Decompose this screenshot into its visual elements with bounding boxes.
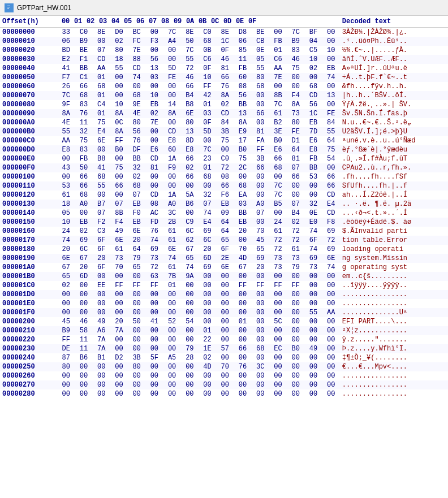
hex-cell: 61 xyxy=(57,190,75,200)
hex-cell: E9 xyxy=(234,127,251,136)
table-row: 00000020BDBE07807E00007C0B0F850E0183C510… xyxy=(0,46,448,55)
hex-cell: BB xyxy=(234,209,251,218)
decoded-cell: ng system.Missin xyxy=(340,254,448,263)
hex-cell: 00 xyxy=(322,344,340,353)
hex-cell: BC xyxy=(128,28,145,37)
hex-cell: 80 xyxy=(252,73,269,82)
hex-cell: 00 xyxy=(216,308,234,317)
hex-cell: 79 xyxy=(181,344,199,353)
table-row: 00000210B958A67A000000000100000000000000… xyxy=(0,326,448,335)
hex-cell: 20 xyxy=(57,245,75,254)
hex-cell: 11 xyxy=(75,344,92,353)
hex-cell: FF xyxy=(269,281,287,290)
hex-cell: B0 xyxy=(287,344,304,353)
hex-cell: 8E xyxy=(216,28,234,37)
hex-cell: 00 xyxy=(304,317,322,326)
title-bar: GPTPart_HW.001 xyxy=(0,0,448,16)
hex-cell: 00 xyxy=(269,308,287,317)
hex-cell: 00 xyxy=(128,389,145,399)
hex-cell: 00 xyxy=(252,91,269,100)
hex-cell: 7B xyxy=(163,272,180,281)
hex-cell: 00 xyxy=(163,299,180,308)
hex-cell: 00 xyxy=(145,371,163,380)
hex-cell: 76 xyxy=(75,109,92,118)
offset-cell: 00000040 xyxy=(0,64,57,73)
hex-cell: 32 xyxy=(75,127,92,136)
hex-cell: 00 xyxy=(287,190,304,200)
table-row: 0000015010EBF2F4EBFD2BC9E464EB002402E0F8… xyxy=(0,218,448,227)
hex-cell: 00 xyxy=(93,190,110,200)
hex-cell: 00 xyxy=(163,380,180,389)
hex-cell: 00 xyxy=(322,389,340,399)
hex-cell: 00 xyxy=(128,326,145,335)
hex-cell: CD xyxy=(163,127,180,136)
hex-cell: 00 xyxy=(216,145,234,154)
hex-cell: 00 xyxy=(199,136,216,145)
hex-cell: 53 xyxy=(304,172,322,181)
hex-cell: 9F xyxy=(57,100,75,109)
hex-cell: 6C xyxy=(75,245,92,254)
hex-cell: 00 xyxy=(252,335,269,344)
hex-cell: B5 xyxy=(269,200,287,209)
hex-cell: 6F xyxy=(93,263,110,272)
hex-cell: 01 xyxy=(269,46,287,55)
hex-cell: 01 xyxy=(199,163,216,172)
hex-cell: 61 xyxy=(110,245,128,254)
hex-table: Offset(h) 000102030405060708090A0B0C0D0E… xyxy=(0,16,448,399)
hex-cell: 00 xyxy=(252,308,269,317)
hex-cell: 00 xyxy=(234,371,251,380)
hex-cell: 00 xyxy=(269,209,287,218)
decoded-cell: .û¸.»Í.f#Àu;f.ûT xyxy=(340,154,448,163)
decoded-cell: g operating syst xyxy=(340,263,448,272)
hex-cell: 55 xyxy=(110,64,128,73)
hex-cell: 66 xyxy=(216,181,234,190)
hex-cell: 67 xyxy=(181,245,199,254)
hex-cell: 02 xyxy=(75,227,92,236)
hex-cell: 81 xyxy=(145,163,163,172)
offset-cell: 00000270 xyxy=(0,380,57,389)
offset-cell: 00000070 xyxy=(0,91,57,100)
hex-cell: 00 xyxy=(57,380,75,389)
hex-cell: B2 xyxy=(269,118,287,127)
hex-cell: 00 xyxy=(304,290,322,299)
hex-cell: 00 xyxy=(199,299,216,308)
hex-cell: 7E xyxy=(269,73,287,82)
hex-cell: C3 xyxy=(93,227,110,236)
hex-cell: 00 xyxy=(128,344,145,353)
table-row: 000000707C680100681000B4428A56008BF4CD13… xyxy=(0,91,448,100)
hex-cell: 72 xyxy=(287,236,304,245)
hex-cell: FC xyxy=(128,37,145,46)
table-row: 000000F0435041753281F90201722C666807BB00… xyxy=(0,163,448,172)
hex-cell: BB xyxy=(128,154,145,163)
hex-cell: 2E xyxy=(216,254,234,263)
hex-cell: 17 xyxy=(234,136,251,145)
hex-cell: 07 xyxy=(252,209,269,218)
hex-cell: F6 xyxy=(216,190,234,200)
hex-cell: 46 xyxy=(287,55,304,64)
hex-cell: 0E xyxy=(252,46,269,55)
hex-table-container[interactable]: Offset(h) 000102030405060708090A0B0C0D0E… xyxy=(0,16,448,399)
hex-cell: 50 xyxy=(128,317,145,326)
decoded-cell: em..c{š......... xyxy=(340,272,448,281)
hex-cell: 10 xyxy=(322,46,340,55)
offset-cell: 00000080 xyxy=(0,100,57,109)
hex-cell: 64 xyxy=(128,245,145,254)
hex-cell: 6D xyxy=(75,272,92,281)
hex-cell: 2B xyxy=(163,218,180,227)
hex-cell: 07 xyxy=(287,200,304,209)
hex-cell: 00 xyxy=(93,290,110,299)
hex-cell: EA xyxy=(234,190,251,200)
hex-cell: 2C xyxy=(234,163,251,172)
hex-cell: CD xyxy=(304,91,322,100)
hex-cell: 0F xyxy=(199,118,216,127)
hex-cell: 72 xyxy=(181,64,199,73)
hex-cell: 74 xyxy=(304,227,322,236)
svg-rect-3 xyxy=(7,8,9,8)
hex-cell: AC xyxy=(145,209,163,218)
hex-cell: 00 xyxy=(199,181,216,190)
hex-cell: 8A xyxy=(216,91,234,100)
hex-cell: 76 xyxy=(128,136,145,145)
hex-cell: 74 xyxy=(128,73,145,82)
hex-cell: 01 xyxy=(93,73,110,82)
offset-cell: 00000220 xyxy=(0,335,57,344)
